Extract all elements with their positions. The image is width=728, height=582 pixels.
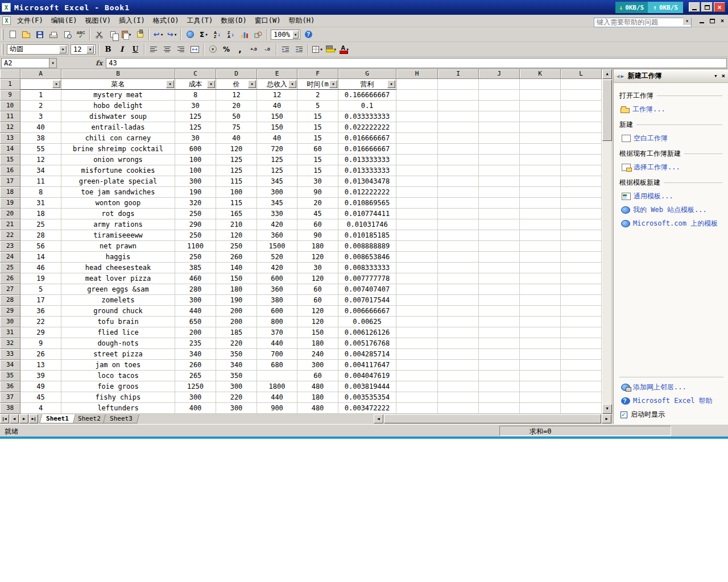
autofilter-header-cell[interactable]: 总收入▼: [257, 79, 297, 90]
align-right-button[interactable]: [175, 44, 187, 55]
grid-cell[interactable]: 125: [175, 122, 216, 133]
grid-cell[interactable]: army rations: [61, 219, 175, 230]
align-center-button[interactable]: [161, 44, 173, 55]
format-painter-button[interactable]: [134, 29, 146, 40]
row-header-10[interactable]: 10: [0, 101, 20, 111]
grid-cell[interactable]: 115: [216, 176, 257, 187]
increase-decimal-button[interactable]: +.0: [247, 44, 260, 55]
grid-cell[interactable]: 0.010774411: [338, 209, 396, 219]
grid-cell[interactable]: [438, 111, 479, 122]
grid-cell[interactable]: zomelets: [61, 295, 175, 306]
autofilter-dropdown-button[interactable]: ▼: [329, 80, 337, 88]
grid-cell[interactable]: 34: [20, 165, 61, 176]
grid-cell[interactable]: 250: [175, 209, 216, 219]
grid-cell[interactable]: 200: [216, 317, 257, 327]
column-header-E[interactable]: E: [257, 69, 297, 79]
grid-cell[interactable]: [520, 371, 561, 381]
grid-cell[interactable]: 1800: [257, 381, 297, 392]
grid-cell[interactable]: 5: [297, 101, 338, 111]
taskpane-footer-link[interactable]: Microsoft Excel 帮助: [621, 396, 723, 406]
grid-cell[interactable]: 22: [20, 317, 61, 327]
comma-style-button[interactable]: ,: [234, 44, 246, 55]
toolbar-drag-handle[interactable]: [2, 29, 3, 40]
column-header-L[interactable]: L: [561, 69, 602, 79]
grid-cell[interactable]: 720: [257, 144, 297, 155]
grid-cell[interactable]: 100: [175, 165, 216, 176]
back-arrow-icon[interactable]: ◀: [617, 73, 619, 79]
grid-cell[interactable]: [561, 349, 602, 360]
grid-cell[interactable]: [396, 209, 438, 219]
zoom-combo[interactable]: 100%▼: [271, 30, 300, 40]
spelling-button[interactable]: ABC✓: [75, 29, 87, 40]
borders-button[interactable]: ▼: [311, 44, 324, 55]
paste-button[interactable]: ▼: [120, 29, 133, 40]
grid-cell[interactable]: 46: [20, 263, 61, 273]
grid-cell[interactable]: 900: [257, 403, 297, 414]
grid-cell[interactable]: [479, 209, 520, 219]
increase-indent-button[interactable]: [293, 44, 305, 55]
grid-cell[interactable]: [438, 133, 479, 144]
grid-cell[interactable]: 3: [20, 111, 61, 122]
grid-cell[interactable]: 800: [257, 317, 297, 327]
grid-cell[interactable]: fishy chips: [61, 392, 175, 403]
decrease-indent-button[interactable]: [279, 44, 292, 55]
grid-cell[interactable]: 49: [20, 381, 61, 392]
grid-cell[interactable]: 0.008888889: [338, 241, 396, 252]
scroll-right-button[interactable]: ▶: [602, 414, 611, 423]
grid-cell[interactable]: [479, 327, 520, 338]
grid-cell[interactable]: [520, 144, 561, 155]
grid-cell[interactable]: 115: [216, 198, 257, 209]
fill-color-button[interactable]: ▼: [325, 44, 337, 55]
row-header-20[interactable]: 20: [0, 209, 20, 219]
autofilter-header-cell[interactable]: 成本▼: [175, 79, 216, 90]
grid-cell[interactable]: 14: [20, 252, 61, 263]
next-sheet-button[interactable]: ▶: [19, 414, 28, 423]
grid-cell[interactable]: [396, 403, 438, 414]
grid-cell[interactable]: 420: [257, 263, 297, 273]
grid-cell[interactable]: 0.1: [338, 101, 396, 111]
drawing-button[interactable]: [252, 29, 264, 40]
grid-cell[interactable]: 0.007777778: [338, 273, 396, 284]
menu-item[interactable]: 帮助(H): [285, 14, 319, 27]
grid-cell[interactable]: 0.008333333: [338, 263, 396, 273]
row-header-18[interactable]: 18: [0, 187, 20, 198]
grid-cell[interactable]: [561, 392, 602, 403]
grid-cell[interactable]: 39: [20, 371, 61, 381]
grid-cell[interactable]: 19: [20, 273, 61, 284]
grid-cell[interactable]: 190: [216, 295, 257, 306]
grid-cell[interactable]: 29: [20, 327, 61, 338]
grid-cell[interactable]: [520, 111, 561, 122]
grid-cell[interactable]: 55: [20, 144, 61, 155]
grid-cell[interactable]: [520, 79, 561, 90]
grid-cell[interactable]: 100: [216, 187, 257, 198]
grid-cell[interactable]: 125: [257, 155, 297, 165]
minimize-button[interactable]: [689, 2, 700, 12]
name-box[interactable]: A2 ▼: [1, 58, 57, 68]
row-header-17[interactable]: 17: [0, 176, 20, 187]
grid-cell[interactable]: 520: [257, 252, 297, 263]
grid-cell[interactable]: [396, 176, 438, 187]
menu-item[interactable]: 数据(D): [217, 14, 251, 27]
row-header-21[interactable]: 21: [0, 219, 20, 230]
grid-cell[interactable]: [479, 198, 520, 209]
grid-cell[interactable]: 0.00625: [338, 317, 396, 327]
close-button[interactable]: ×: [714, 2, 725, 12]
grid-cell[interactable]: [257, 371, 297, 381]
checked-checkbox-icon[interactable]: [621, 411, 627, 418]
row-header-29[interactable]: 29: [0, 306, 20, 317]
grid-cell[interactable]: 36: [20, 306, 61, 317]
grid-cell[interactable]: 440: [175, 306, 216, 317]
grid-cell[interactable]: 600: [257, 273, 297, 284]
grid-cell[interactable]: meat lover pizza: [61, 273, 175, 284]
grid-cell[interactable]: [438, 252, 479, 263]
task-pane-dropdown-icon[interactable]: ▼: [714, 74, 717, 78]
grid-cell[interactable]: [561, 176, 602, 187]
redo-dropdown-icon[interactable]: ▼: [175, 32, 177, 36]
grid-cell[interactable]: 125: [216, 155, 257, 165]
row-header-27[interactable]: 27: [0, 284, 20, 295]
column-header-G[interactable]: G: [338, 69, 396, 79]
grid-cell[interactable]: 56: [20, 241, 61, 252]
grid-cell[interactable]: 25: [20, 219, 61, 230]
autofilter-header-cell[interactable]: 价▼: [216, 79, 257, 90]
grid-cell[interactable]: 0.008653846: [338, 252, 396, 263]
